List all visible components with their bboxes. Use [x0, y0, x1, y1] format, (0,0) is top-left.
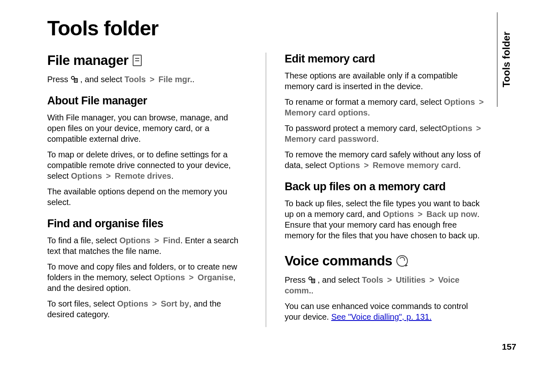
remote-drives-menu-item: Remote drives — [115, 171, 171, 180]
page-title: Tools folder — [47, 16, 485, 40]
column-divider — [266, 53, 266, 327]
document-page: Tools folder File manager Press , and se… — [0, 0, 485, 327]
section-side-tab: Tools folder — [497, 12, 514, 107]
svg-point-4 — [308, 277, 311, 280]
find-p3: To sort files, select Options > Sort by,… — [47, 298, 247, 320]
text: Press — [47, 75, 71, 84]
text: To find a file, select — [47, 236, 120, 245]
text: To sort files, select — [47, 299, 117, 308]
about-file-manager-heading: About File manager — [47, 95, 247, 107]
edit-p2: To rename or format a memory card, selec… — [285, 97, 485, 118]
menu-key-icon — [71, 75, 78, 83]
breadcrumb-separator: > — [476, 97, 483, 106]
left-column: File manager Press , and select Tools > … — [47, 53, 247, 327]
page-number: 157 — [502, 342, 516, 352]
text: To password protect a memory card, selec… — [285, 124, 441, 133]
two-column-layout: File manager Press , and select Tools > … — [47, 53, 485, 327]
text: . — [192, 75, 195, 84]
find-organise-heading: Find and organise files — [47, 217, 247, 230]
text: , and select — [80, 75, 124, 84]
text: . — [368, 108, 370, 117]
breadcrumb-separator: > — [361, 161, 371, 170]
edit-memory-card-heading: Edit memory card — [285, 53, 485, 65]
voice-p2: You can use enhanced voice commands to c… — [285, 301, 485, 322]
file-manager-heading: File manager — [47, 53, 247, 68]
menu-key-icon — [308, 276, 315, 284]
text: . — [458, 161, 461, 170]
text: . — [311, 286, 313, 295]
voice-commands-heading: Voice commands — [285, 253, 485, 269]
about-p3: The available options depend on the memo… — [47, 186, 247, 208]
find-p1: To find a file, select Options > Find. E… — [47, 235, 247, 256]
edit-p1: These options are available only if a co… — [285, 70, 485, 92]
tools-menu-item: Tools — [362, 275, 383, 284]
right-column: Edit memory card These options are avail… — [285, 53, 485, 327]
find-p2: To move and copy files and folders, or t… — [47, 261, 247, 293]
svg-point-0 — [71, 76, 74, 79]
breadcrumb-separator: > — [150, 299, 159, 308]
svg-rect-5 — [312, 279, 315, 283]
breadcrumb-separator: > — [430, 275, 437, 284]
file-manager-open-path: Press , and select Tools > File mgr.. — [47, 74, 247, 85]
edit-p3: To password protect a memory card, selec… — [285, 123, 485, 144]
file-manager-heading-text: File manager — [47, 53, 129, 68]
file-mgr-menu-item: File mgr. — [159, 75, 192, 84]
side-tab-label: Tools folder — [497, 30, 514, 90]
breadcrumb-separator: > — [186, 273, 196, 282]
options-menu-item: Options — [383, 210, 414, 219]
edit-p4: To remove the memory card safely without… — [285, 149, 485, 171]
memory-card-password-menu-item: Memory card password — [285, 134, 376, 143]
breadcrumb-separator: > — [104, 171, 113, 180]
file-manager-icon — [133, 55, 142, 66]
about-p2: To map or delete drives, or to define se… — [47, 149, 247, 181]
options-menu-item: Options — [154, 273, 185, 282]
utilities-menu-item: Utilities — [396, 275, 426, 284]
voice-commands-heading-text: Voice commands — [285, 253, 392, 269]
options-menu-item: Options — [444, 97, 475, 106]
options-menu-item: Options — [120, 236, 151, 245]
voice-commands-icon — [396, 255, 408, 267]
organise-menu-item: Organise — [198, 273, 233, 282]
voice-open-path: Press , and select Tools > Utilities > V… — [285, 274, 485, 296]
options-menu-item: Options — [441, 124, 472, 133]
tools-menu-item: Tools — [124, 75, 146, 84]
options-menu-item: Options — [329, 161, 360, 170]
find-menu-item: Find — [163, 236, 180, 245]
svg-rect-1 — [74, 78, 77, 82]
sort-by-menu-item: Sort by — [161, 299, 189, 308]
breadcrumb-separator: > — [474, 124, 481, 133]
breadcrumb-separator: > — [416, 210, 425, 219]
text: , and select — [318, 275, 362, 284]
backup-heading: Back up files on a memory card — [285, 180, 485, 193]
memory-card-options-menu-item: Memory card options — [285, 108, 368, 117]
text: Press — [285, 275, 308, 284]
text: To rename or format a memory card, selec… — [285, 97, 444, 106]
voice-dialling-link[interactable]: See "Voice dialling", p. 131. — [331, 312, 431, 321]
remove-memory-card-menu-item: Remove memory card — [373, 161, 458, 170]
back-up-now-menu-item: Back up now — [426, 210, 477, 219]
breadcrumb-separator: > — [152, 236, 161, 245]
about-p1: With File manager, you can browse, manag… — [47, 112, 247, 144]
breadcrumb-separator: > — [387, 275, 394, 284]
text: . — [171, 171, 174, 180]
breadcrumb-separator: > — [150, 75, 157, 84]
options-menu-item: Options — [117, 299, 148, 308]
backup-p1: To back up files, select the file types … — [285, 198, 485, 241]
text: . — [376, 134, 379, 143]
options-menu-item: Options — [71, 171, 102, 180]
